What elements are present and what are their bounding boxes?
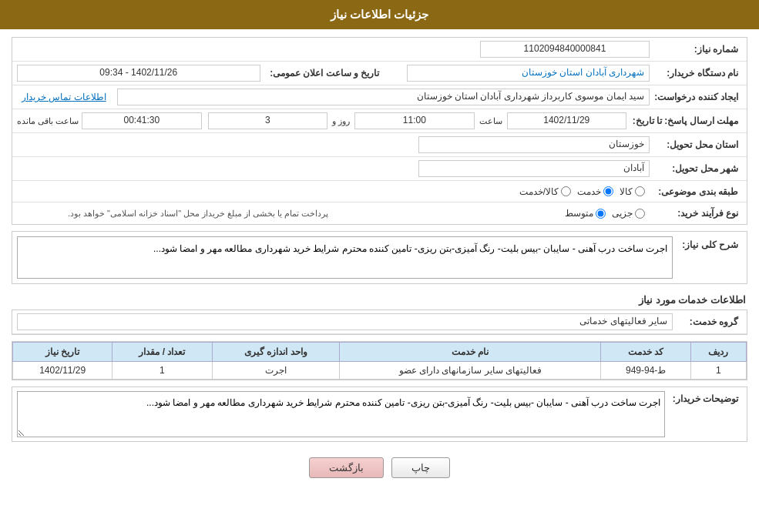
- group-service-row: گروه خدمت: سایر فعالیتهای خدماتی: [12, 310, 747, 334]
- main-form: شماره نیاز: 1102094840000841 نام دستگاه …: [12, 37, 747, 225]
- print-button[interactable]: چاپ: [391, 457, 450, 478]
- group-service-label: گروه خدمت:: [673, 316, 742, 327]
- cell-service-name: فعالیتهای سایر سازمانهای دارای عضو: [340, 362, 601, 380]
- need-number-value: 1102094840000841: [480, 41, 650, 58]
- city-row: شهر محل تحویل: آبادان: [12, 157, 747, 181]
- creator-label: ایجاد کننده درخواست:: [650, 92, 742, 102]
- category-kala-khedmat-radio[interactable]: [561, 186, 571, 196]
- col-row-num: ردیف: [690, 343, 746, 362]
- creator-value: سید ایمان موسوی کاربرداز شهرداری آبادان …: [117, 89, 650, 105]
- group-service-value: سایر فعالیتهای خدماتی: [17, 313, 673, 330]
- category-kala-khedmat: کالا/خدمت: [519, 186, 571, 197]
- category-label: طبقه بندی موضوعی:: [650, 186, 742, 197]
- buyer-org-label: نام دستگاه خریدار:: [650, 68, 742, 79]
- col-service-name: نام خدمت: [340, 343, 601, 362]
- purchase-jozi-radio[interactable]: [635, 209, 645, 219]
- response-date-value: 1402/11/29: [507, 112, 626, 129]
- purchase-motavasset: متوسط: [565, 208, 606, 219]
- city-value: آبادان: [418, 160, 650, 177]
- col-unit: واحد اندازه گیری: [212, 343, 340, 362]
- purchase-motavasset-radio[interactable]: [596, 209, 606, 219]
- category-radio-group: کالا خدمت کالا/خدمت: [17, 185, 650, 199]
- province-value: خوزستان: [418, 136, 650, 153]
- buttons-row: چاپ بازگشت: [12, 448, 747, 487]
- table-header-row: ردیف کد خدمت نام خدمت واحد اندازه گیری ت…: [13, 343, 747, 362]
- cell-row-num: 1: [690, 362, 746, 380]
- response-time-value: 11:00: [354, 112, 474, 129]
- need-description-section: شرح کلی نیاز:: [12, 231, 747, 284]
- response-days-value: 3: [208, 112, 327, 129]
- back-button[interactable]: بازگشت: [309, 457, 384, 478]
- page-header: جزئیات اطلاعات نیاز: [0, 0, 759, 29]
- category-kala-khedmat-label: کالا/خدمت: [519, 186, 559, 197]
- services-table-wrapper: ردیف کد خدمت نام خدمت واحد اندازه گیری ت…: [12, 341, 747, 380]
- cell-unit: اجرت: [212, 362, 340, 380]
- announce-row: نام دستگاه خریدار: شهرداری آبادان استان …: [12, 62, 747, 85]
- announce-datetime-label: تاریخ و ساعت اعلان عمومی:: [260, 68, 384, 79]
- need-description-label: شرح کلی نیاز:: [673, 236, 742, 250]
- city-label: شهر محل تحویل:: [650, 163, 742, 174]
- contact-link[interactable]: اطلاعات تماس خریدار: [17, 90, 111, 104]
- category-khedmat-label: خدمت: [577, 186, 601, 197]
- buyer-notes-label: توضیحات خریدار:: [665, 391, 742, 404]
- category-kala: کالا: [620, 186, 645, 197]
- need-number-row: شماره نیاز: 1102094840000841: [12, 38, 747, 62]
- category-kala-label: کالا: [620, 186, 633, 197]
- cell-service-code: ط-94-949: [601, 362, 690, 380]
- buyer-org-value: شهرداری آبادان استان خوزستان: [407, 65, 650, 82]
- category-kala-radio[interactable]: [635, 186, 645, 196]
- col-date: تاریخ نیاز: [13, 343, 113, 362]
- page-title: جزئیات اطلاعات نیاز: [331, 8, 428, 21]
- col-count: تعداد / مقدار: [113, 343, 212, 362]
- col-service-code: کد خدمت: [601, 343, 690, 362]
- need-number-label: شماره نیاز:: [650, 44, 742, 55]
- response-time-label: ساعت: [479, 116, 502, 126]
- buyer-notes-row: توضیحات خریدار:: [12, 386, 747, 442]
- province-row: استان محل تحویل: خوزستان: [12, 133, 747, 157]
- purchase-jozi-label: جزیی: [612, 208, 633, 219]
- cell-count: 1: [113, 362, 212, 380]
- purchase-motavasset-label: متوسط: [565, 208, 593, 219]
- cell-date: 1402/11/29: [13, 362, 113, 380]
- services-title: اطلاعات خدمات مورد نیاز: [12, 290, 747, 309]
- category-khedmat-radio[interactable]: [603, 186, 613, 196]
- purchase-type-note: پرداخت تمام یا بخشی از مبلغ خریداز محل "…: [17, 209, 329, 219]
- announce-datetime-value: 1402/11/26 - 09:34: [17, 65, 260, 82]
- purchase-type-row: نوع فرآیند خرید: جزیی متوسط پرداخت تمام …: [12, 202, 747, 224]
- table-row: 1 ط-94-949 فعالیتهای سایر سازمانهای دارا…: [13, 362, 747, 380]
- response-days-label: روز و: [332, 116, 350, 126]
- remaining-value: 00:41:30: [82, 112, 201, 129]
- purchase-jozi: جزیی: [612, 208, 645, 219]
- response-deadline-row: مهلت ارسال پاسخ: تا تاریخ: 1402/11/29 سا…: [12, 109, 747, 133]
- group-service-section: گروه خدمت: سایر فعالیتهای خدماتی: [12, 309, 747, 335]
- remaining-label: ساعت باقی مانده: [17, 116, 79, 126]
- province-label: استان محل تحویل:: [650, 139, 742, 150]
- category-row: طبقه بندی موضوعی: کالا خدمت کالا/خدمت: [12, 181, 747, 202]
- purchase-type-radio-group: جزیی متوسط: [329, 206, 650, 220]
- purchase-type-label: نوع فرآیند خرید:: [650, 208, 742, 219]
- services-table: ردیف کد خدمت نام خدمت واحد اندازه گیری ت…: [12, 342, 747, 380]
- creator-row: ایجاد کننده درخواست: سید ایمان موسوی کار…: [12, 85, 747, 109]
- response-deadline-label: مهلت ارسال پاسخ: تا تاریخ:: [626, 115, 742, 126]
- buyer-notes-box[interactable]: [17, 391, 665, 437]
- category-khedmat: خدمت: [577, 186, 613, 197]
- need-description-box[interactable]: [17, 236, 673, 279]
